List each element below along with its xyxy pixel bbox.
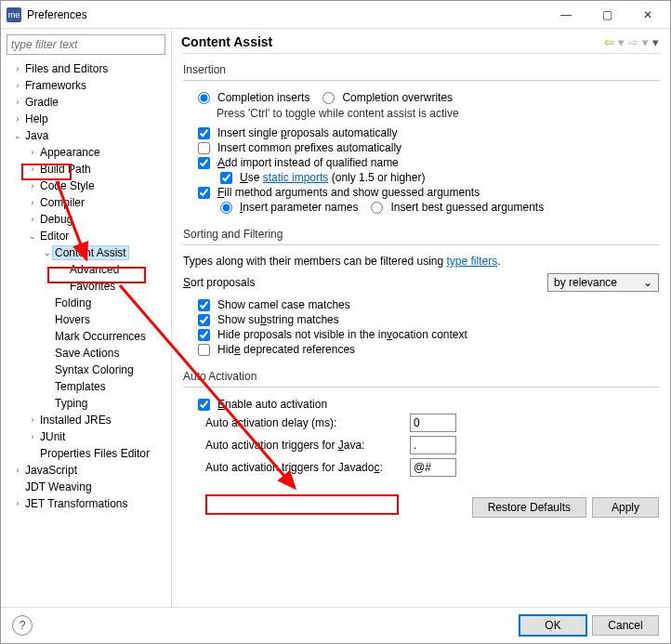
sort-proposals-label: Sort proposals [183, 276, 255, 289]
tree-item[interactable]: ›JavaScript [5, 462, 171, 479]
tree-expand-icon[interactable]: › [12, 499, 23, 508]
tree-item[interactable]: ›Frameworks [5, 77, 171, 94]
tree-item-label: JavaScript [23, 464, 79, 477]
tree-item[interactable]: ›Build Path [5, 161, 171, 177]
insert-single-check[interactable] [198, 127, 210, 139]
tree-item[interactable]: ›Installed JREs [5, 412, 171, 428]
tree-item-label: Build Path [38, 163, 93, 176]
completion-overwrites-radio[interactable] [322, 92, 335, 104]
tree-item[interactable]: Save Actions [5, 345, 171, 361]
completion-inserts-radio[interactable] [198, 92, 210, 104]
tree-expand-icon[interactable]: › [27, 148, 38, 157]
substring-label: Show substring matches [217, 313, 339, 326]
tree-expand-icon[interactable]: › [12, 81, 23, 90]
tree-expand-icon[interactable]: › [27, 215, 38, 224]
tree-expand-icon[interactable]: › [27, 164, 38, 174]
tree-item[interactable]: ⌄Java [5, 127, 171, 144]
tree-item[interactable]: ›JET Transformations [5, 495, 171, 512]
tree-item-label: JET Transformations [23, 497, 129, 510]
filter-input[interactable] [7, 34, 165, 55]
add-import-check[interactable] [198, 157, 210, 169]
group-auto: Auto Activation [183, 370, 659, 383]
sort-proposals-value: by relevance [554, 276, 617, 289]
hide-deprecated-check[interactable] [198, 344, 210, 356]
tree-expand-icon[interactable]: › [27, 415, 38, 425]
tree-item[interactable]: ›Compiler [5, 194, 171, 211]
enable-auto-check[interactable] [198, 399, 210, 411]
tree-item[interactable]: ›Debug [5, 211, 171, 228]
tree-item[interactable]: ›Appearance [5, 144, 171, 161]
tree-expand-icon[interactable]: › [12, 64, 23, 73]
tree-item[interactable]: ⌄Content Assist [5, 244, 171, 261]
fill-arguments-check[interactable] [198, 187, 210, 199]
tree-expand-icon[interactable]: › [27, 198, 38, 207]
tree-item[interactable]: ›JUnit [5, 428, 171, 445]
javadoc-triggers-input[interactable] [410, 458, 456, 477]
hide-invisible-check[interactable] [198, 329, 210, 341]
insert-param-names-label: Insert parameter names [240, 201, 358, 214]
fill-arguments-label: Fill method arguments and show guessed a… [217, 186, 480, 199]
maximize-button[interactable]: ▢ [586, 2, 627, 28]
tree-expand-icon[interactable]: ⌄ [27, 231, 38, 241]
tree-item-label: Hovers [53, 313, 92, 326]
tree-expand-icon[interactable]: › [27, 432, 38, 441]
tree-expand-icon[interactable]: ⌄ [12, 131, 23, 140]
tree-item-label: Debug [38, 213, 74, 226]
view-menu-icon[interactable]: ▾ [651, 35, 661, 49]
completion-overwrites-label: Completion overwrites [342, 91, 453, 104]
tree-item-label: Installed JREs [38, 414, 113, 427]
tree-expand-icon[interactable]: › [12, 466, 23, 475]
javadoc-triggers-label: Auto activation triggers for Javadoc: [205, 461, 410, 474]
tree-expand-icon[interactable]: › [12, 98, 23, 107]
tree-expand-icon[interactable]: › [12, 114, 23, 124]
preference-tree[interactable]: ›Files and Editors›Frameworks›Gradle›Hel… [5, 59, 171, 603]
tree-item[interactable]: ›Code Style [5, 177, 171, 194]
tree-expand-icon[interactable]: › [27, 181, 38, 191]
close-button[interactable]: ✕ [627, 2, 668, 28]
tree-item[interactable]: Typing [5, 395, 171, 412]
forward-menu-icon[interactable]: ▾ [640, 35, 651, 49]
app-icon: me [7, 7, 21, 22]
forward-icon[interactable]: ⇨ [626, 35, 640, 49]
separator [183, 80, 659, 81]
type-filters-link[interactable]: type filters [446, 255, 497, 268]
ok-button[interactable]: OK [520, 615, 586, 636]
tree-item-label: Compiler [38, 196, 86, 209]
insert-best-radio[interactable] [371, 202, 383, 214]
sort-proposals-select[interactable]: by relevance⌄ [547, 273, 659, 292]
tree-item[interactable]: Properties Files Editor [5, 445, 171, 462]
tree-item[interactable]: Folding [5, 295, 171, 311]
tree-item[interactable]: Hovers [5, 311, 171, 328]
insert-param-names-radio[interactable] [220, 202, 232, 214]
help-icon[interactable]: ? [12, 615, 33, 636]
tree-item[interactable]: Templates [5, 378, 171, 395]
tree-item[interactable]: JDT Weaving [5, 479, 171, 495]
restore-defaults-button[interactable]: Restore Defaults [472, 497, 586, 518]
delay-row: Auto activation delay (ms): [183, 412, 659, 434]
use-static-imports-check[interactable] [220, 172, 232, 184]
minimize-button[interactable]: — [546, 2, 586, 28]
tree-item[interactable]: Favorites [5, 278, 171, 295]
insert-prefixes-check[interactable] [198, 142, 210, 154]
tree-item-label: Help [23, 112, 50, 125]
hide-invisible-label: Hide proposals not visible in the invoca… [217, 328, 467, 341]
tree-item-label: JUnit [38, 430, 67, 443]
tree-item[interactable]: Syntax Coloring [5, 361, 171, 378]
tree-item[interactable]: ›Gradle [5, 94, 171, 111]
footer: ? OK Cancel [1, 608, 670, 643]
substring-check[interactable] [198, 314, 210, 326]
java-triggers-input[interactable] [410, 436, 456, 454]
tree-item[interactable]: ⌄Editor [5, 228, 171, 244]
delay-input[interactable] [410, 414, 456, 432]
tree-item[interactable]: ›Files and Editors [5, 60, 171, 77]
back-icon[interactable]: ⇦ [602, 35, 616, 49]
tree-item[interactable]: Advanced [5, 261, 171, 278]
cancel-button[interactable]: Cancel [592, 615, 659, 636]
tree-item[interactable]: ›Help [5, 111, 171, 127]
tree-expand-icon[interactable]: ⌄ [42, 248, 53, 257]
main-body: Insertion Completion inserts Completion … [172, 54, 670, 488]
camel-case-check[interactable] [198, 299, 210, 311]
back-menu-icon[interactable]: ▾ [616, 35, 626, 49]
apply-button[interactable]: Apply [592, 497, 659, 518]
tree-item[interactable]: Mark Occurrences [5, 328, 171, 345]
